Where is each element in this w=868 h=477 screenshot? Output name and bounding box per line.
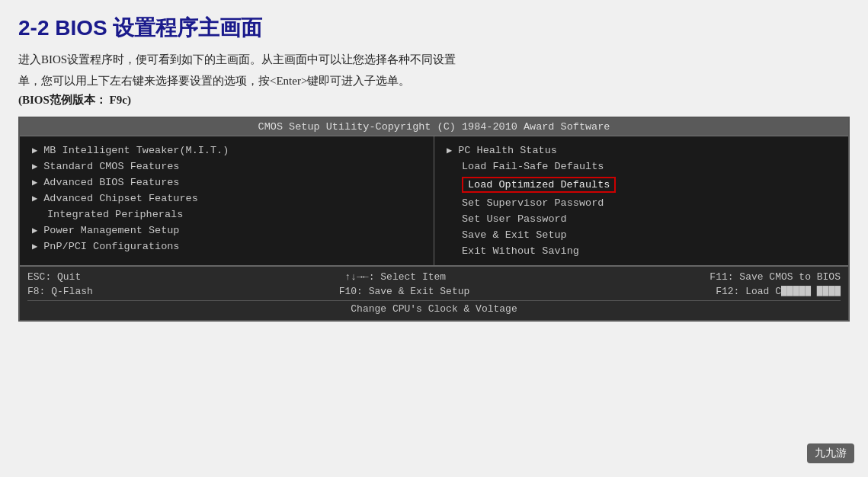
bios-menu-item-label: Set User Password — [462, 213, 567, 225]
bios-menu-item-label: Standard CMOS Features — [43, 161, 179, 172]
bios-f8: F8: Q-Flash — [27, 286, 93, 297]
bios-menu-item-label: PnP/PCI Configurations — [43, 241, 179, 252]
bios-f12: F12: Load C█████ ████ — [716, 286, 841, 297]
bios-left-col: ▶MB Intelligent Tweaker(M.I.T.)▶Standard… — [20, 136, 434, 265]
bios-left-row: Integrated Peripherals — [32, 206, 421, 222]
bios-right-col: ▶PC Health StatusLoad Fail-Safe Defaults… — [434, 136, 848, 265]
bios-f10: F10: Save & Exit Setup — [339, 286, 470, 297]
bios-screen: CMOS Setup Utility-Copyright (C) 1984-20… — [18, 117, 850, 322]
bios-submenu-arrow-icon: ▶ — [32, 177, 37, 188]
bios-footer-bottom: Change CPU's Clock & Voltage — [27, 300, 841, 317]
bios-menu-item-label: Integrated Peripherals — [47, 209, 183, 220]
bios-menu-item-label: Exit Without Saving — [462, 245, 579, 257]
watermark-icon: 九 — [815, 447, 825, 459]
bios-right-row: Load Optimized Defaults — [447, 174, 836, 195]
bios-menu-item-label: Save & Exit Setup — [462, 229, 567, 241]
bios-select-item: ↑↓→←: Select Item — [344, 271, 446, 283]
bios-right-row: Set Supervisor Password — [447, 195, 836, 211]
description-line2: 单，您可以用上下左右键来选择要设置的选项，按<Enter>键即可进入子选单。 — [18, 72, 850, 90]
bios-footer-row2: F8: Q-Flash F10: Save & Exit Setup F12: … — [27, 284, 841, 299]
watermark-text: 九游 — [825, 447, 847, 459]
bios-submenu-arrow-icon: ▶ — [32, 145, 37, 156]
bios-left-row: ▶Advanced Chipset Features — [32, 190, 421, 206]
bios-submenu-arrow-icon: ▶ — [32, 241, 37, 252]
bios-esc-quit: ESC: Quit — [27, 271, 81, 283]
bios-footer: ESC: Quit ↑↓→←: Select Item F11: Save CM… — [20, 266, 848, 320]
bios-submenu-arrow-icon: ▶ — [32, 225, 37, 236]
bios-f11: F11: Save CMOS to BIOS — [709, 271, 841, 283]
bios-left-row: ▶Advanced BIOS Features — [32, 174, 421, 190]
bios-left-row: ▶Power Management Setup — [32, 222, 421, 238]
version-note: (BIOS范例版本： F9c) — [18, 93, 850, 107]
bios-submenu-arrow-icon: ▶ — [32, 161, 37, 172]
bios-menu-item-label: Load Fail-Safe Defaults — [462, 161, 604, 172]
bios-left-row: ▶MB Intelligent Tweaker(M.I.T.) — [32, 142, 421, 158]
bios-left-row: ▶PnP/PCI Configurations — [32, 238, 421, 255]
bios-menu-item-label: Advanced Chipset Features — [43, 193, 198, 204]
bios-footer-row1: ESC: Quit ↑↓→←: Select Item F11: Save CM… — [27, 270, 841, 284]
page-title: 2-2 BIOS 设置程序主画面 — [18, 14, 850, 43]
description-line1: 进入BIOS设置程序时，便可看到如下的主画面。从主画面中可以让您选择各种不同设置 — [18, 50, 850, 69]
bios-menu-item-label: Advanced BIOS Features — [43, 177, 179, 188]
bios-highlighted-item[interactable]: Load Optimized Defaults — [462, 177, 616, 193]
bios-right-row: Set User Password — [447, 211, 836, 227]
bios-menu-item-label: MB Intelligent Tweaker(M.I.T.) — [43, 145, 229, 156]
bios-menu-item-label: Power Management Setup — [43, 225, 179, 236]
bios-right-row: ▶PC Health Status — [447, 142, 836, 158]
bios-menu-item-label: PC Health Status — [458, 145, 557, 156]
bios-title-bar: CMOS Setup Utility-Copyright (C) 1984-20… — [20, 118, 848, 136]
watermark: 九九游 — [807, 443, 854, 463]
bios-submenu-arrow-icon: ▶ — [32, 193, 37, 204]
bios-left-row: ▶Standard CMOS Features — [32, 158, 421, 174]
bios-right-row: Save & Exit Setup — [447, 227, 836, 243]
bios-right-row: Load Fail-Safe Defaults — [447, 158, 836, 174]
bios-right-row: Exit Without Saving — [447, 243, 836, 259]
bios-menu-item-label: Set Supervisor Password — [462, 197, 604, 209]
bios-main-area: ▶MB Intelligent Tweaker(M.I.T.)▶Standard… — [20, 136, 848, 266]
bios-submenu-arrow-icon: ▶ — [447, 145, 452, 156]
